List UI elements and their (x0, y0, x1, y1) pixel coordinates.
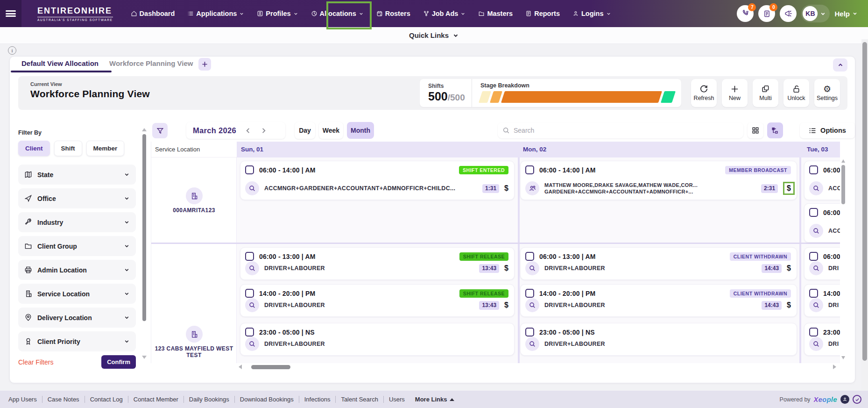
phone-notifications-button[interactable]: 7 (737, 5, 754, 22)
dollar-icon[interactable]: $ (504, 301, 508, 309)
shift-checkbox[interactable] (525, 328, 534, 336)
dollar-icon[interactable]: $ (504, 264, 508, 272)
sidebar-scrollbar[interactable] (142, 128, 146, 359)
nav-allocations[interactable]: Allocations (311, 10, 364, 17)
month-view-button[interactable]: Month (347, 122, 374, 139)
grid-horizontal-scrollbar-thumb[interactable] (251, 365, 290, 369)
search-icon[interactable] (525, 261, 539, 275)
nav-masters[interactable]: Masters (478, 10, 513, 17)
collapse-panel-button[interactable] (833, 58, 847, 72)
prev-month-button[interactable] (245, 127, 252, 134)
footer-link-contact-log[interactable]: Contact Log (85, 396, 128, 403)
shift-checkbox[interactable] (809, 289, 818, 298)
shift-checkbox[interactable] (809, 165, 818, 174)
day-header-tue[interactable]: Tue, 03 (807, 146, 828, 153)
sidebar-scrollbar-thumb[interactable] (142, 134, 146, 321)
filter-delivery-location[interactable]: Delivery Location (18, 308, 136, 328)
filter-client-group[interactable]: Client Group (18, 236, 136, 256)
stage-segment-1[interactable] (479, 91, 491, 103)
more-links-button[interactable]: More Links (410, 396, 458, 403)
footer-link-case-notes[interactable]: Case Notes (42, 396, 85, 403)
day-header-mon[interactable]: Mon, 02 (523, 146, 546, 153)
timeline-view-button[interactable] (767, 122, 783, 138)
nav-job-ads[interactable]: Job Ads (423, 10, 466, 17)
page-scrollbar-thumb[interactable] (862, 42, 867, 361)
user-menu[interactable]: KB (801, 5, 830, 22)
shift-card[interactable]: 23:00 - 05:00 | NS DRIVER+LABOURER (520, 323, 797, 356)
filter-client-priority[interactable]: Client Priority (18, 331, 136, 351)
shift-checkbox[interactable] (245, 289, 254, 298)
announcements-button[interactable] (780, 5, 797, 22)
people-icon[interactable] (525, 181, 539, 195)
document-notifications-button[interactable]: 0 (758, 5, 775, 22)
shift-card[interactable]: 06:00 - 13:00 | AM SHIFT RELEASE DRIVER+… (240, 247, 515, 280)
search-icon[interactable] (245, 298, 259, 312)
footer-check-icon[interactable] (853, 395, 861, 404)
footer-link-download-bookings[interactable]: Download Bookings (235, 396, 299, 403)
dollar-icon[interactable]: $ (787, 184, 791, 192)
dollar-icon[interactable]: $ (787, 301, 791, 309)
search-icon[interactable] (525, 337, 539, 351)
grid-vertical-scrollbar-thumb[interactable] (841, 165, 845, 204)
nav-profiles[interactable]: Profiles (257, 10, 298, 17)
nav-dashboard[interactable]: Dashboard (131, 10, 175, 17)
clear-filters-link[interactable]: Clear Filters (18, 358, 53, 366)
grid-vertical-scrollbar[interactable] (841, 159, 846, 359)
footer-link-app-users[interactable]: App Users (8, 396, 42, 403)
filter-service-location[interactable]: Service Location (18, 284, 136, 304)
scroll-up-arrow-icon[interactable] (841, 159, 845, 163)
tab-default-view-allocation[interactable]: Default View Allocation (21, 59, 99, 67)
shift-checkbox[interactable] (245, 165, 254, 174)
nav-applications[interactable]: Applications (187, 10, 244, 17)
search-icon[interactable] (245, 261, 259, 275)
search-icon[interactable] (809, 298, 823, 312)
filter-industry[interactable]: Industry (18, 212, 136, 232)
footer-link-contact-member[interactable]: Contact Member (128, 396, 184, 403)
shift-card[interactable]: 06:00 DRI (804, 247, 840, 280)
quick-links-bar[interactable]: Quick Links (0, 27, 868, 44)
shift-checkbox[interactable] (525, 165, 534, 174)
nav-logins[interactable]: Logins (572, 10, 611, 17)
page-scrollbar[interactable] (861, 39, 868, 408)
filter-funnel-button[interactable] (152, 123, 168, 138)
shift-checkbox[interactable] (525, 289, 534, 298)
options-button[interactable]: Options (800, 122, 855, 138)
chip-client[interactable]: Client (18, 141, 50, 156)
info-icon[interactable]: i (8, 46, 16, 55)
shift-card[interactable]: 14:00 - 20:00 | PM CLIENT WITHDRAWN DRIV… (520, 284, 797, 317)
search-icon[interactable] (809, 261, 823, 275)
dollar-icon[interactable]: $ (787, 264, 791, 272)
new-button[interactable]: New (722, 79, 748, 107)
shift-card[interactable]: 23:00 - 05:00 | NS DRIVER+LABOURER (240, 323, 515, 356)
footer-link-talent-search[interactable]: Talent Search (336, 396, 384, 403)
scroll-down-arrow-icon[interactable] (841, 356, 845, 359)
multi-button[interactable]: Multi (753, 79, 778, 107)
settings-button[interactable]: ⚙ Settings (814, 79, 840, 107)
help-menu[interactable]: Help (834, 10, 858, 18)
scroll-left-arrow-icon[interactable] (239, 365, 242, 369)
search-icon[interactable] (245, 337, 259, 351)
filter-state[interactable]: State (18, 165, 136, 185)
search-icon[interactable] (809, 224, 823, 238)
shift-checkbox[interactable] (525, 252, 534, 261)
shift-card[interactable]: 06:00 - 14:00 | AM MEMBER BROADCAST MATT… (520, 161, 797, 200)
day-view-button[interactable]: Day (295, 122, 315, 139)
search-icon[interactable] (245, 181, 259, 195)
scroll-down-arrow-icon[interactable] (142, 356, 147, 359)
footer-link-infections[interactable]: Infections (299, 396, 336, 403)
shift-checkbox[interactable] (245, 252, 254, 261)
tab-workforce-planning-view[interactable]: Workforce Planning View (109, 59, 193, 67)
shift-card[interactable]: 06:00 - 13:00 | AM CLIENT WITHDRAWN DRIV… (520, 247, 797, 280)
shift-card[interactable]: 23:00 DRI (804, 323, 840, 356)
footer-link-users[interactable]: Users (384, 396, 410, 403)
day-header-sun[interactable]: Sun, 01 (241, 146, 263, 153)
shift-card[interactable]: 06:00 - 14:00 | AM SHIFT ENTERED ACCMNGR… (240, 161, 515, 200)
unlock-button[interactable]: Unlock (783, 79, 809, 107)
stage-segment-3[interactable] (501, 91, 662, 103)
service-location-row[interactable]: 000AMRITA123 (151, 187, 237, 214)
search-icon[interactable] (809, 181, 823, 195)
grid-horizontal-scrollbar[interactable] (239, 364, 836, 370)
scroll-up-arrow-icon[interactable] (142, 128, 147, 131)
nav-reports[interactable]: Reports (525, 10, 560, 17)
avatar[interactable]: KB (803, 6, 818, 21)
